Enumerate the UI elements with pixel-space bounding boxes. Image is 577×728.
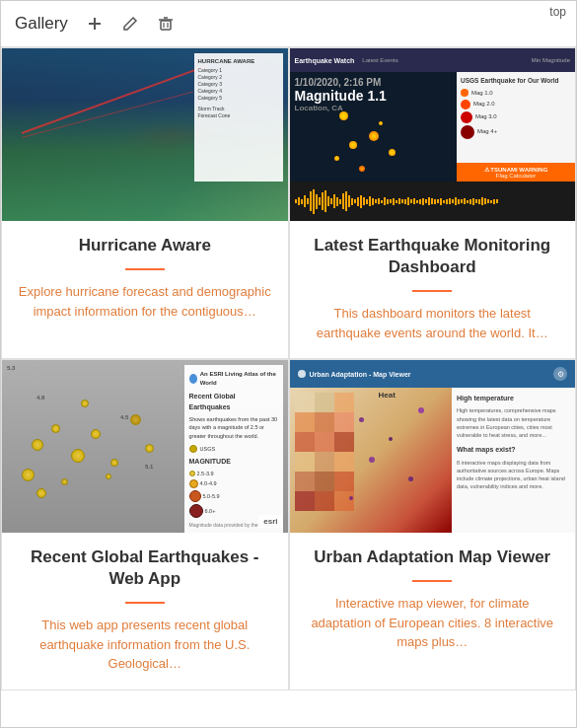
urban-header: Urban Adaptation - Map Viewer ⚙ [290, 360, 576, 388]
thumbnail-earthquake: Earthquake Watch Latest Events Min Magni… [290, 48, 576, 221]
card-title-urban: Urban Adaptation Map Viewer [306, 546, 560, 568]
urban-sidebar: High temperature High temperatures, comp… [452, 388, 575, 533]
eq-waveform [290, 186, 576, 216]
card-title-hurricane: Hurricane Aware [18, 235, 272, 256]
gallery-title: Gallery [15, 14, 68, 34]
eq-warning-banner: ⚠ TSUNAMI WARNING Flag Calculator [457, 163, 575, 182]
thumbnail-hurricane: HURRCANE AWARE Category 1Category 2Categ… [2, 48, 288, 221]
gallery-header: Gallery [1, 1, 576, 47]
add-icon[interactable] [82, 11, 108, 36]
thumbnail-global-eq: 5.3 4.8 4.5 5.1 An ESRI Living Atlas of … [2, 360, 288, 533]
divider-global-eq [125, 602, 165, 604]
divider-earthquake [412, 290, 452, 292]
divider-hurricane [125, 268, 165, 270]
card-urban-adaptation[interactable]: Urban Adaptation - Map Viewer ⚙ [289, 359, 577, 691]
card-description-urban: Interactive map viewer, for climate adap… [306, 594, 560, 652]
card-hurricane-aware[interactable]: HURRCANE AWARE Category 1Category 2Categ… [1, 47, 289, 359]
card-description-global-eq: This web app presents recent global eart… [18, 616, 272, 674]
urban-map-area: Heat [290, 388, 453, 533]
card-content-earthquake: Latest Earthquake Monitoring Dashboard T… [290, 221, 576, 358]
card-description-earthquake: This dashboard monitors the latest earth… [306, 304, 560, 342]
top-label: top [549, 5, 566, 19]
global-eq-overlay: An ESRI Living Atlas of the World Recent… [184, 365, 283, 533]
eq-waveform-area [290, 182, 576, 221]
thumbnail-urban: Urban Adaptation - Map Viewer ⚙ [290, 360, 576, 533]
card-description-hurricane: Explore hurricane forecast and demograph… [18, 282, 272, 321]
card-latest-earthquake[interactable]: Earthquake Watch Latest Events Min Magni… [289, 47, 577, 359]
card-content-hurricane: Hurricane Aware Explore hurricane foreca… [2, 221, 288, 358]
card-title-global-eq: Recent Global Earthquakes - Web App [18, 546, 272, 590]
svg-rect-2 [161, 21, 171, 30]
gallery-grid: HURRCANE AWARE Category 1Category 2Categ… [1, 47, 576, 691]
eq-map-dots [290, 72, 458, 182]
edit-icon[interactable] [117, 11, 143, 36]
card-content-urban: Urban Adaptation Map Viewer Interactive … [290, 533, 576, 690]
divider-urban [412, 580, 452, 582]
eq-header: Earthquake Watch Latest Events Min Magni… [290, 48, 576, 72]
card-content-global-eq: Recent Global Earthquakes - Web App This… [2, 533, 288, 690]
global-eq-esri-logo: esri [258, 515, 282, 528]
card-title-earthquake: Latest Earthquake Monitoring Dashboard [306, 235, 560, 278]
delete-icon[interactable] [153, 11, 179, 36]
card-recent-global-earthquakes[interactable]: 5.3 4.8 4.5 5.1 An ESRI Living Atlas of … [1, 359, 289, 691]
eq-map-area: 1/10/2020, 2:16 PM Magnitude 1.1 Locatio… [290, 72, 458, 182]
